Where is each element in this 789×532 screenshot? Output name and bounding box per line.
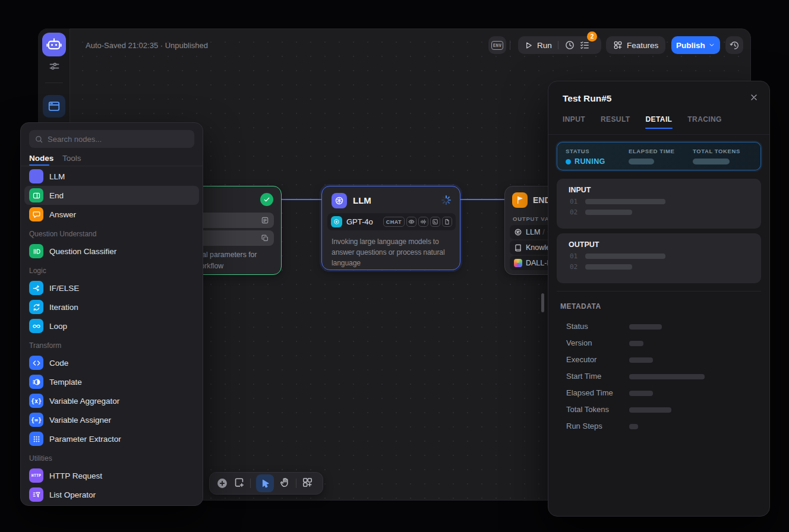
loop-icon xyxy=(29,319,43,333)
run-group-divider xyxy=(558,41,558,49)
workflow-settings-button[interactable] xyxy=(48,60,61,72)
hand-mode-button[interactable] xyxy=(279,477,291,490)
picker-item-iteration[interactable]: Iteration xyxy=(24,297,199,316)
search-icon xyxy=(34,135,43,144)
play-icon xyxy=(524,41,533,50)
model-selector[interactable]: GPT-4o CHAT xyxy=(327,213,456,230)
panel-title: Test Run#5 xyxy=(563,93,611,104)
run-tab-input[interactable]: INPUT xyxy=(563,115,585,132)
picker-item-http-request[interactable]: HTTPHTTP Request xyxy=(24,466,199,485)
ifelse-icon xyxy=(29,281,43,295)
llm-node[interactable]: LLM GPT-4o CHAT Invoking large language … xyxy=(321,186,460,270)
run-tab-detail[interactable]: DETAIL xyxy=(646,115,673,132)
picker-item-if-else[interactable]: IF/ELSE xyxy=(24,278,199,297)
checklist-icon[interactable] xyxy=(579,40,590,50)
picker-item-variable-assigner[interactable]: {=}Variable Assigner xyxy=(24,410,199,429)
metadata-row-elapsed-time: Elapsed Time xyxy=(548,384,769,401)
classifier-icon xyxy=(29,244,43,258)
varx-icon: {x} xyxy=(29,394,43,408)
input-card: INPUT0102 xyxy=(557,179,761,229)
picker-item-code[interactable]: Code xyxy=(24,353,199,372)
preview-panel-button[interactable] xyxy=(43,95,65,118)
edge-start-to-llm xyxy=(282,199,321,200)
model-name: GPT-4o xyxy=(346,217,373,226)
sidebar-divider xyxy=(45,83,63,83)
status-value: RUNING xyxy=(575,157,605,166)
skeleton-bar xyxy=(693,159,730,164)
metadata-divider xyxy=(557,291,761,292)
picker-item-label: Variable Aggregator xyxy=(49,397,119,406)
search-placeholder: Search nodes... xyxy=(48,135,102,144)
picker-item-variable-aggregator[interactable]: {x}Variable Aggregator xyxy=(24,391,199,410)
metadata-row-version: Version xyxy=(548,334,769,351)
version-history-button[interactable] xyxy=(725,36,743,54)
publish-button[interactable]: Publish xyxy=(671,36,720,54)
skeleton-bar xyxy=(629,424,638,429)
skeleton-bar xyxy=(629,391,653,396)
add-note-button[interactable] xyxy=(233,477,245,490)
end-icon xyxy=(29,188,43,202)
picker-item-loop[interactable]: Loop xyxy=(24,316,199,335)
skeleton-bar xyxy=(629,357,653,363)
picker-item-list-operator[interactable]: List Operator xyxy=(24,485,199,504)
line-number: 02 xyxy=(570,263,577,271)
tab-nodes[interactable]: Nodes xyxy=(29,154,53,163)
picker-item-answer[interactable]: Answer xyxy=(24,205,199,224)
picker-item-label: Iteration xyxy=(49,303,78,312)
add-node-button[interactable] xyxy=(216,477,228,489)
picker-item-label: Variable Assigner xyxy=(49,416,111,425)
metadata-row-total-tokens: Total Tokens xyxy=(548,401,769,417)
app-logo-button[interactable] xyxy=(42,33,66,56)
iteration-icon xyxy=(29,300,43,314)
picker-item-llm[interactable]: LLM xyxy=(24,167,199,186)
picker-item-question-classifier[interactable]: Question Classifier xyxy=(24,242,199,261)
features-grid-icon xyxy=(613,40,623,50)
llmglyph-icon xyxy=(514,228,522,236)
close-icon[interactable] xyxy=(749,93,759,102)
tool-capability-icon xyxy=(430,217,440,227)
metadata-row-status: Status xyxy=(548,318,769,334)
run-panel-tabs: INPUTRESULTDETAILTRACING xyxy=(563,115,722,132)
search-input[interactable]: Search nodes... xyxy=(29,130,194,148)
picker-item-label: HTTP Request xyxy=(49,471,102,480)
llm-icon xyxy=(29,169,43,183)
canvas-scrollbar[interactable] xyxy=(541,293,544,312)
llm-node-icon xyxy=(332,193,347,208)
picker-item-label: IF/ELSE xyxy=(49,284,79,293)
metadata-rows: StatusVersionExecutorStart TimeElapsed T… xyxy=(548,318,769,434)
picker-item-template[interactable]: Template xyxy=(24,372,199,391)
picker-group-header: Utilities xyxy=(21,448,203,466)
dalle-icon xyxy=(514,259,522,267)
run-tab-result[interactable]: RESULT xyxy=(601,115,630,132)
skeleton-bar xyxy=(585,210,632,215)
window-icon xyxy=(48,100,61,113)
run-button[interactable]: Run xyxy=(537,41,552,50)
features-button[interactable]: Features xyxy=(606,36,665,54)
run-tab-tracing[interactable]: TRACING xyxy=(687,115,721,132)
tab-tools[interactable]: Tools xyxy=(62,154,81,163)
llm-node-description: Invoking large language models to answer… xyxy=(332,236,454,268)
picker-item-label: Question Classifier xyxy=(49,247,116,256)
organize-nodes-button[interactable] xyxy=(302,477,313,490)
picker-item-end[interactable]: End xyxy=(24,186,199,205)
toolbar-divider xyxy=(296,479,296,488)
toolbar-divider xyxy=(250,479,251,488)
book-icon xyxy=(514,243,522,252)
status-dot-icon xyxy=(566,159,571,164)
picker-divider xyxy=(21,166,203,166)
run-history-icon[interactable] xyxy=(564,40,575,50)
env-variables-button[interactable]: ENV xyxy=(488,36,506,54)
test-run-panel: Test Run#5 INPUTRESULTDETAILTRACING STAT… xyxy=(548,81,770,517)
end-node-icon xyxy=(512,192,528,208)
output-card: OUTPUT0102 xyxy=(557,233,761,283)
paragraph-icon xyxy=(261,216,269,224)
edge-llm-to-end xyxy=(460,199,504,200)
picker-item-label: List Operator xyxy=(49,490,96,499)
picker-item-label: Code xyxy=(49,359,68,368)
pointer-mode-button[interactable] xyxy=(256,474,274,492)
cursor-icon xyxy=(260,479,270,489)
autosave-status: Auto-Saved 21:02:35 · Unpublished xyxy=(86,41,208,50)
picker-item-parameter-extractor[interactable]: Parameter Extractor xyxy=(24,429,199,448)
env-icon: ENV xyxy=(491,41,503,50)
topbar-divider xyxy=(510,40,510,50)
